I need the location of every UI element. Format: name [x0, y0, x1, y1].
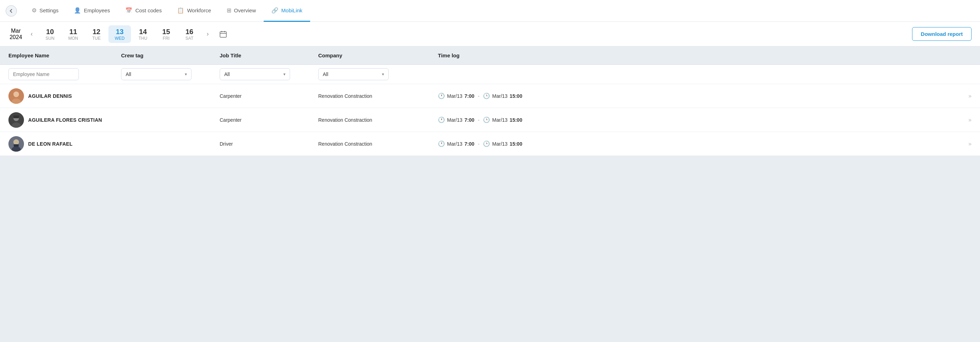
job-title-chevron-icon: ▾ — [283, 72, 285, 77]
clock-start-icon: 🕐 — [438, 92, 445, 99]
day-13[interactable]: 13 WED — [108, 25, 131, 43]
employee-name-filter[interactable] — [8, 68, 79, 80]
table-header-row: Employee Name Crew tag Job Title Company… — [0, 46, 980, 65]
date-bar-left: Mar 2024 ‹ 10 SUN 11 MON 12 TUE 13 WED — [8, 25, 229, 43]
day-15[interactable]: 15 FRI — [155, 25, 177, 43]
nav-item-workforce-label: Workforce — [187, 7, 211, 13]
back-button[interactable] — [6, 5, 17, 16]
nav-item-settings-label: Settings — [40, 7, 59, 13]
top-navigation: ⚙ Settings 👤 Employees 📅 Cost codes 📋 Wo… — [0, 0, 980, 22]
nav-item-workforce[interactable]: 📋 Workforce — [169, 0, 219, 22]
day-11-num: 11 — [69, 27, 77, 36]
row-chevron-icon: » — [968, 93, 972, 99]
company-cell: Renovation Constraction — [315, 93, 435, 99]
clock-end-icon: 🕒 — [483, 140, 490, 147]
day-12[interactable]: 12 TUE — [85, 25, 108, 43]
crew-tag-filter-value: All — [126, 72, 131, 77]
time-separator: - — [478, 141, 480, 147]
day-16[interactable]: 16 SAT — [178, 25, 200, 43]
day-11-name: MON — [68, 36, 78, 41]
time-start-date: Mar/13 — [447, 93, 463, 99]
day-11[interactable]: 11 MON — [62, 25, 84, 43]
nav-item-overview-label: Overview — [234, 7, 256, 13]
day-12-name: TUE — [92, 36, 101, 41]
header-crew-tag: Crew tag — [118, 52, 217, 59]
day-12-num: 12 — [92, 27, 100, 36]
job-title-cell: Driver — [217, 141, 315, 147]
time-start-time: 7:00 — [465, 141, 474, 147]
overview-icon: ⊞ — [227, 7, 231, 14]
avatar — [8, 136, 24, 152]
day-14-num: 14 — [139, 27, 147, 36]
nav-item-mobilink[interactable]: 🔗 MobiLink — [264, 0, 310, 22]
svg-rect-0 — [220, 32, 226, 37]
date-bar: Mar 2024 ‹ 10 SUN 11 MON 12 TUE 13 WED — [0, 22, 980, 46]
clock-end-icon: 🕒 — [483, 92, 490, 99]
nav-item-employees-label: Employees — [84, 7, 110, 13]
time-start-date: Mar/13 — [447, 117, 463, 123]
time-start-time: 7:00 — [465, 93, 474, 99]
header-job-title: Job Title — [217, 52, 315, 59]
employee-name-text: DE LEON RAFAEL — [28, 141, 73, 147]
day-items: 10 SUN 11 MON 12 TUE 13 WED 14 THU — [39, 25, 200, 43]
employee-name-text: AGUILAR DENNIS — [28, 93, 72, 99]
row-chevron-icon: » — [968, 117, 972, 123]
time-end-date: Mar/13 — [492, 117, 508, 123]
time-end-time: 15:00 — [510, 117, 522, 123]
time-start-time: 7:00 — [465, 117, 474, 123]
header-company: Company — [315, 52, 435, 59]
calendar-icon-button[interactable] — [217, 28, 229, 40]
crew-tag-filter[interactable]: All ▾ — [121, 68, 191, 80]
job-title-filter-value: All — [224, 72, 230, 77]
day-13-num: 13 — [116, 27, 124, 36]
row-chevron-icon: » — [968, 141, 972, 147]
company-cell: Renovation Constraction — [315, 141, 435, 147]
svg-rect-10 — [13, 115, 19, 118]
employee-name-cell: AGUILAR DENNIS — [6, 88, 118, 104]
day-10-name: SUN — [45, 36, 54, 41]
employee-name-cell: AGUILERA FLORES CRISTIAN — [6, 112, 118, 128]
svg-point-12 — [13, 139, 19, 145]
time-end-time: 15:00 — [510, 93, 522, 99]
clock-start-icon: 🕐 — [438, 140, 445, 147]
day-16-name: SAT — [186, 36, 193, 41]
table-row[interactable]: AGUILERA FLORES CRISTIAN Carpenter Renov… — [0, 108, 980, 132]
year-text: 2024 — [10, 34, 22, 40]
job-title-filter[interactable]: All ▾ — [220, 68, 290, 80]
table-row[interactable]: DE LEON RAFAEL Driver Renovation Constra… — [0, 132, 980, 156]
next-week-button[interactable]: › — [203, 29, 213, 39]
day-13-name: WED — [115, 36, 125, 41]
nav-item-settings[interactable]: ⚙ Settings — [24, 0, 66, 22]
company-filter-value: All — [323, 72, 328, 77]
time-separator: - — [478, 93, 480, 99]
nav-item-cost-codes[interactable]: 📅 Cost codes — [118, 0, 169, 22]
time-end-date: Mar/13 — [492, 93, 508, 99]
employees-table: Employee Name Crew tag Job Title Company… — [0, 46, 980, 156]
table-row[interactable]: AGUILAR DENNIS Carpenter Renovation Cons… — [0, 84, 980, 108]
download-report-button[interactable]: Download report — [912, 27, 972, 41]
nav-item-cost-codes-label: Cost codes — [135, 7, 162, 13]
filter-row: All ▾ All ▾ All ▾ — [0, 65, 980, 84]
day-15-num: 15 — [162, 27, 170, 36]
time-end-time: 15:00 — [510, 141, 522, 147]
nav-items: ⚙ Settings 👤 Employees 📅 Cost codes 📋 Wo… — [24, 0, 974, 22]
day-14-name: THU — [139, 36, 148, 41]
time-log-cell: 🕐 Mar/13 7:00 - 🕒 Mar/13 15:00 » — [435, 140, 974, 147]
day-10[interactable]: 10 SUN — [39, 25, 61, 43]
nav-item-employees[interactable]: 👤 Employees — [66, 0, 118, 22]
header-time-log: Time log — [435, 52, 974, 59]
workforce-icon: 📋 — [177, 7, 184, 14]
company-filter[interactable]: All ▾ — [318, 68, 389, 80]
job-title-cell: Carpenter — [217, 117, 315, 123]
prev-week-button[interactable]: ‹ — [27, 29, 37, 39]
day-14[interactable]: 14 THU — [132, 25, 154, 43]
clock-end-icon: 🕒 — [483, 116, 490, 123]
month-label: Mar 2024 — [8, 28, 23, 40]
time-end-date: Mar/13 — [492, 141, 508, 147]
nav-item-overview[interactable]: ⊞ Overview — [219, 0, 264, 22]
svg-point-5 — [13, 91, 19, 97]
month-text: Mar — [11, 28, 21, 34]
time-log-cell: 🕐 Mar/13 7:00 - 🕒 Mar/13 15:00 » — [435, 92, 974, 99]
bottom-area — [0, 156, 980, 226]
day-16-num: 16 — [186, 27, 193, 36]
